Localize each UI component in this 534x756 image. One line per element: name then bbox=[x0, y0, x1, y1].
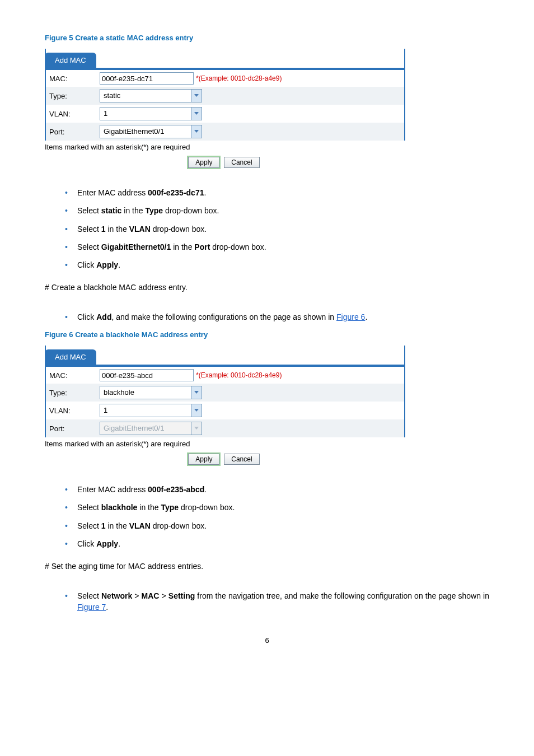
list-item: Select 1 in the VLAN drop-down box. bbox=[65, 517, 489, 535]
port-select-disabled: GigabitEthernet0/1 bbox=[100, 422, 202, 435]
add-mac-tab[interactable]: Add MAC bbox=[45, 53, 96, 68]
vlan-select[interactable]: 1 bbox=[100, 404, 202, 417]
figure5-form: Add MAC MAC: *(Example: 0010-dc28-a4e9) … bbox=[45, 49, 405, 141]
list-item: Select static in the Type drop-down box. bbox=[65, 202, 489, 220]
list-item: Enter MAC address 000f-e235-dc71. bbox=[65, 184, 489, 202]
list-item: Enter MAC address 000f-e235-abcd. bbox=[65, 480, 489, 498]
vlan-value: 1 bbox=[100, 404, 191, 417]
port-value: GigabitEthernet0/1 bbox=[100, 125, 191, 138]
figure6-title: Figure 6 Create a blackhole MAC address … bbox=[45, 330, 489, 339]
apply-button[interactable]: Apply bbox=[188, 454, 219, 465]
cancel-button[interactable]: Cancel bbox=[224, 454, 259, 465]
vlan-label: VLAN: bbox=[49, 407, 100, 415]
figure6-link[interactable]: Figure 6 bbox=[336, 312, 365, 321]
mac-label: MAC: bbox=[49, 371, 100, 380]
apply-button[interactable]: Apply bbox=[188, 157, 219, 168]
list-item: Select GigabitEthernet0/1 in the Port dr… bbox=[65, 238, 489, 256]
mac-input[interactable] bbox=[100, 369, 194, 381]
type-value: blackhole bbox=[100, 386, 191, 399]
type-value: static bbox=[100, 90, 191, 102]
port-select[interactable]: GigabitEthernet0/1 bbox=[100, 125, 202, 138]
list-item: Click Apply. bbox=[65, 535, 489, 553]
required-note: Items marked with an asterisk(*) are req… bbox=[45, 141, 489, 157]
chevron-down-icon bbox=[191, 90, 202, 102]
steps-list-2: Enter MAC address 000f-e235-abcd. Select… bbox=[45, 480, 489, 553]
vlan-label: VLAN: bbox=[49, 110, 100, 118]
port-label: Port: bbox=[49, 128, 100, 136]
paragraph: # Create a blackhole MAC address entry. bbox=[45, 278, 489, 296]
page-number: 6 bbox=[45, 636, 489, 645]
mac-label: MAC: bbox=[49, 74, 100, 83]
chevron-down-icon bbox=[191, 108, 202, 120]
add-mac-tab[interactable]: Add MAC bbox=[45, 349, 96, 365]
list-item: Select blackhole in the Type drop-down b… bbox=[65, 498, 489, 516]
vlan-select[interactable]: 1 bbox=[100, 107, 202, 120]
list-item: Click Add, and make the following config… bbox=[65, 308, 489, 326]
port-value: GigabitEthernet0/1 bbox=[100, 422, 191, 435]
chevron-down-icon bbox=[191, 404, 202, 417]
list-item: Select 1 in the VLAN drop-down box. bbox=[65, 220, 489, 238]
type-label: Type: bbox=[49, 389, 100, 397]
vlan-value: 1 bbox=[100, 108, 191, 120]
steps-list-1: Enter MAC address 000f-e235-dc71. Select… bbox=[45, 184, 489, 274]
type-select[interactable]: static bbox=[100, 89, 202, 102]
type-select[interactable]: blackhole bbox=[100, 386, 202, 399]
figure7-link[interactable]: Figure 7 bbox=[77, 603, 106, 612]
chevron-down-icon bbox=[191, 422, 202, 435]
paragraph: # Set the aging time for MAC address ent… bbox=[45, 557, 489, 575]
steps-add: Click Add, and make the following config… bbox=[45, 308, 489, 326]
mac-example: *(Example: 0010-dc28-a4e9) bbox=[196, 371, 282, 379]
steps-nav: Select Network > MAC > Setting from the … bbox=[45, 587, 489, 617]
figure5-title: Figure 5 Create a static MAC address ent… bbox=[45, 34, 489, 42]
list-item: Select Network > MAC > Setting from the … bbox=[65, 587, 489, 617]
chevron-down-icon bbox=[191, 386, 202, 399]
list-item: Click Apply. bbox=[65, 256, 489, 274]
type-label: Type: bbox=[49, 92, 100, 100]
port-label: Port: bbox=[49, 424, 100, 433]
mac-example: *(Example: 0010-dc28-a4e9) bbox=[196, 74, 282, 82]
chevron-down-icon bbox=[191, 125, 202, 138]
figure6-form: Add MAC MAC: *(Example: 0010-dc28-a4e9) … bbox=[45, 346, 405, 437]
cancel-button[interactable]: Cancel bbox=[224, 157, 259, 168]
mac-input[interactable] bbox=[100, 72, 194, 85]
required-note: Items marked with an asterisk(*) are req… bbox=[45, 437, 489, 454]
